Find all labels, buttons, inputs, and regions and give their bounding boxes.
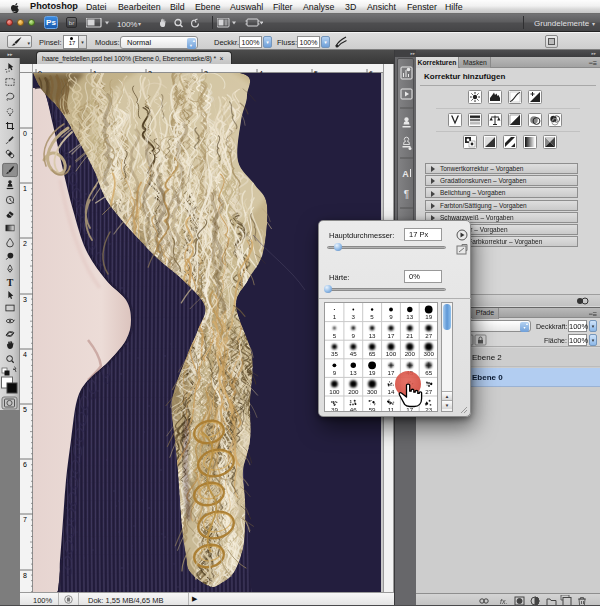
svg-text:T: T [7, 277, 14, 288]
svg-text:11: 11 [388, 406, 395, 412]
svg-text:35: 35 [331, 350, 338, 357]
svg-text:65: 65 [369, 350, 376, 357]
svg-text:45: 45 [350, 350, 357, 357]
svg-text:5: 5 [370, 313, 374, 320]
svg-text:300: 300 [424, 350, 435, 357]
svg-text:6: 6 [23, 461, 27, 468]
svg-text:19: 19 [425, 313, 432, 320]
svg-text:19: 19 [369, 369, 376, 376]
svg-text:27: 27 [425, 388, 432, 395]
svg-text:200: 200 [405, 350, 416, 357]
svg-text:100: 100 [386, 350, 397, 357]
svg-text:9: 9 [352, 332, 356, 339]
svg-text:46: 46 [350, 406, 357, 412]
svg-text:13: 13 [369, 332, 376, 339]
svg-text:100: 100 [329, 388, 340, 395]
svg-text:17: 17 [388, 332, 395, 339]
svg-text:21: 21 [406, 332, 413, 339]
svg-text:13: 13 [406, 313, 413, 320]
svg-text:0: 0 [23, 130, 27, 137]
svg-text:23: 23 [425, 406, 432, 412]
svg-text:59: 59 [369, 406, 376, 412]
svg-text:65: 65 [425, 369, 432, 376]
svg-text:13: 13 [350, 369, 357, 376]
svg-text:27: 27 [425, 332, 432, 339]
svg-text:9: 9 [389, 313, 393, 320]
svg-text:17: 17 [388, 369, 395, 376]
svg-text:14: 14 [388, 388, 395, 395]
svg-text:3: 3 [352, 313, 356, 320]
svg-text:5: 5 [23, 406, 27, 413]
svg-text:5: 5 [333, 332, 337, 339]
svg-text:8: 8 [23, 572, 27, 579]
svg-text:9: 9 [333, 369, 337, 376]
svg-text:¶: ¶ [404, 189, 409, 200]
svg-text:39: 39 [331, 406, 338, 412]
svg-text:4: 4 [23, 351, 27, 358]
svg-text:1: 1 [333, 313, 337, 320]
svg-text:200: 200 [348, 388, 359, 395]
svg-text:3: 3 [23, 296, 27, 303]
svg-text:2: 2 [23, 240, 27, 247]
svg-text:1: 1 [23, 185, 27, 192]
svg-text:7: 7 [23, 516, 27, 523]
svg-text:300: 300 [367, 388, 378, 395]
svg-text:A: A [402, 169, 409, 179]
